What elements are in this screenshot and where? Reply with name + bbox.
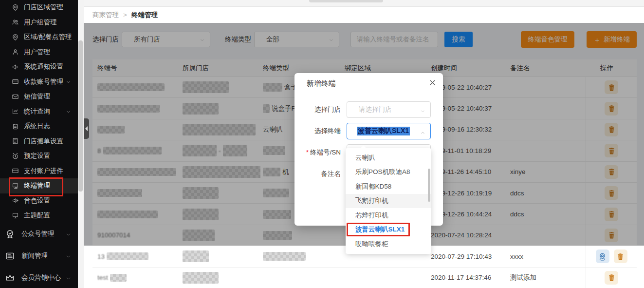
users-icon <box>12 19 19 26</box>
sidebar-menu: 门店区域管理用户组管理区域/配餐点管理用户管理系统通知设置收款账号管理短信管理统… <box>0 0 78 288</box>
dropdown-option-1[interactable]: 乐刷POS机联迪A8 <box>346 165 431 180</box>
top-strip <box>84 0 644 7</box>
chevron-down-icon <box>66 109 71 114</box>
mail-icon <box>12 93 19 100</box>
dropdown-option-3[interactable]: 飞鹅打印机 <box>346 194 431 209</box>
dropdown-option-4[interactable]: 芯烨打印机 <box>346 208 431 223</box>
sidebar-scrollbar-thumb[interactable] <box>78 40 83 192</box>
sidebar-item-12[interactable]: 终端管理 <box>0 178 78 193</box>
monitor-icon <box>12 212 19 219</box>
sidebar-item-label: 系统通知设置 <box>24 62 63 71</box>
modal-store-select[interactable]: 请选择门店 <box>347 101 431 118</box>
dropdown-scrollbar-thumb[interactable] <box>428 169 430 202</box>
redacted-block <box>183 272 219 284</box>
cell-remark: xxxx <box>510 246 583 267</box>
sidebar-item-17[interactable]: 会员营销中心 <box>0 267 78 288</box>
delete-button[interactable] <box>614 250 627 263</box>
chevron-down-icon <box>66 253 71 259</box>
dropdown-option-5[interactable]: 波普云喇叭SLX1 <box>346 223 431 237</box>
terminal-icon <box>12 182 19 190</box>
sidebar-item-13[interactable]: 音色设置 <box>0 193 78 209</box>
sidebar-item-8[interactable]: 系统日志 <box>0 119 78 134</box>
sidebar-item-label: 短信管理 <box>24 92 50 101</box>
delete-button[interactable] <box>605 271 618 285</box>
sidebar-item-label: 用户管理 <box>24 48 50 57</box>
dropdown-options: 云喇叭乐刷POS机联迪A8新国都KD58飞鹅打印机芯烨打印机波普云喇叭SLX1哎… <box>346 151 431 251</box>
sidebar-item-label: 预定设置 <box>24 152 50 160</box>
news-icon <box>5 251 15 261</box>
location-icon <box>12 34 19 41</box>
cell-text: test <box>97 274 108 281</box>
breadcrumb-current: 终端管理 <box>131 11 158 19</box>
chart-icon <box>12 108 19 115</box>
sidebar-item-5[interactable]: 收款账号管理 <box>0 75 78 90</box>
dropdown-option-6[interactable]: 哎呦喂餐柜 <box>346 237 431 251</box>
dropdown-option-2[interactable]: 新国都KD58 <box>346 179 431 194</box>
modal-title: 新增终端 <box>307 79 336 88</box>
card-icon <box>12 78 19 85</box>
terminal-type-dropdown: 云喇叭乐刷POS机联迪A8新国都KD58飞鹅打印机芯烨打印机波普云喇叭SLX1哎… <box>346 148 431 254</box>
sidebar-item-6[interactable]: 短信管理 <box>0 89 78 104</box>
sidebar-item-4[interactable]: 系统通知设置 <box>0 59 78 75</box>
sidebar-item-3[interactable]: 用户管理 <box>0 45 78 60</box>
option-label: 飞鹅打印机 <box>355 196 388 205</box>
locate-button[interactable] <box>596 250 609 263</box>
cell-terminal: 13 <box>97 246 180 267</box>
top-drag-pill <box>309 0 383 2</box>
sidebar-item-label: 音色设置 <box>24 196 50 205</box>
table-row-9: test2020-11-17 14:37:46测试添加 <box>92 268 637 288</box>
sidebar-item-10[interactable]: 预定设置 <box>0 149 78 164</box>
cell-store <box>183 246 260 267</box>
sidebar-item-label: 门店搬单设置 <box>24 137 63 146</box>
sidebar-item-14[interactable]: 主题配置 <box>0 208 78 223</box>
sidebar-item-16[interactable]: 新闻管理 <box>0 245 78 267</box>
required-asterisk: * <box>306 149 309 156</box>
modal-terminal-select[interactable]: 波普云喇叭SLX1 <box>347 123 431 139</box>
trash-icon <box>616 252 625 261</box>
sidebar-item-0[interactable]: 门店区域管理 <box>0 0 78 15</box>
cell-created: 2020-07-29 17:10:43 <box>431 246 508 267</box>
modal-terminal-row: 选择终端 波普云喇叭SLX1 <box>294 123 443 139</box>
pin-icon <box>598 252 607 261</box>
sidebar-item-7[interactable]: 统计查询 <box>0 104 78 119</box>
sidebar-item-1[interactable]: 用户组管理 <box>0 15 78 30</box>
cell-type <box>263 268 343 288</box>
sidebar-item-label: 收款账号管理 <box>24 77 63 86</box>
sidebar-item-2[interactable]: 区域/配餐点管理 <box>0 30 78 45</box>
redacted-block <box>110 274 127 282</box>
option-label: 哎呦喂餐柜 <box>355 240 388 249</box>
sidebar-item-label: 门店区域管理 <box>24 3 63 12</box>
sidebar-item-label: 会员营销中心 <box>21 273 61 282</box>
breadcrumb: 商家管理 > 终端管理 <box>84 7 644 23</box>
option-label: 新国都KD58 <box>355 182 391 191</box>
breadcrumb-separator: > <box>123 11 127 19</box>
sidebar-item-9[interactable]: 门店搬单设置 <box>0 134 78 149</box>
cell-store <box>183 268 260 288</box>
sidebar-scrollbar[interactable] <box>78 0 84 288</box>
sound-icon <box>12 63 19 71</box>
cell-terminal: test <box>97 268 180 288</box>
modal-terminal-label: 选择终端 <box>294 127 341 135</box>
clipboard-icon <box>12 123 19 130</box>
badge-icon <box>5 229 15 239</box>
sidebar-item-15[interactable]: 公众号管理 <box>0 223 78 245</box>
sidebar-item-label: 区域/配餐点管理 <box>24 33 72 41</box>
crown-icon <box>5 273 15 283</box>
option-label: 波普云喇叭SLX1 <box>355 225 405 234</box>
close-icon[interactable] <box>428 78 437 87</box>
sidebar-item-11[interactable]: 支付账户进件 <box>0 164 78 179</box>
chevron-up-icon <box>420 129 425 134</box>
cell-text: 13 <box>97 253 105 260</box>
cell-operations <box>586 268 637 288</box>
sidebar-collapse-handle[interactable] <box>84 118 89 139</box>
breadcrumb-section[interactable]: 商家管理 <box>92 11 119 19</box>
chevron-down-icon <box>420 107 425 113</box>
option-label: 芯烨打印机 <box>355 211 388 220</box>
card-icon <box>12 167 19 174</box>
horn-icon <box>12 197 19 204</box>
sidebar-item-label: 用户组管理 <box>24 18 57 27</box>
modal-sn-label: *终端号/SN <box>294 148 341 157</box>
redacted-block <box>183 250 209 262</box>
dropdown-option-0[interactable]: 云喇叭 <box>346 151 431 165</box>
sidebar-item-label: 公众号管理 <box>21 230 55 238</box>
